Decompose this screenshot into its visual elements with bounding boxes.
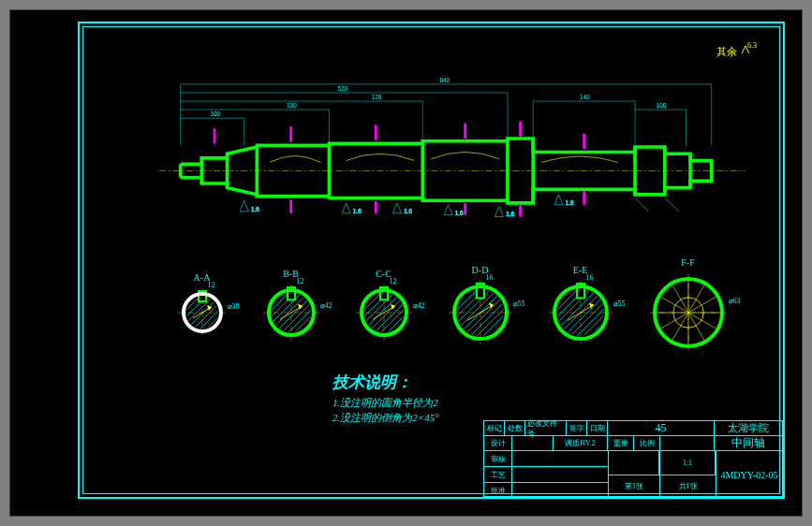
tb-hdr-qty: 处数 (505, 421, 525, 435)
tb-material: 45 (608, 421, 715, 435)
tb-proc-sig (512, 467, 608, 482)
section-circle-icon (356, 285, 412, 341)
tb-sheet: 第1张 (609, 475, 659, 499)
section-circle-icon (549, 281, 613, 344)
svg-line-142 (660, 313, 687, 329)
svg-text:1.6: 1.6 (404, 208, 412, 214)
tb-dwg-no: 4MDYY-02-05 (716, 451, 782, 498)
finish-marks: 1.6 1.6 1.6 1.6 1.6 1.6 (240, 195, 679, 218)
section-key: 12 (208, 281, 215, 289)
section-circle-icon (649, 273, 728, 352)
dim-7: 100 (657, 102, 667, 109)
roughness-value: 6.3 (747, 41, 757, 50)
tb-check-sig (512, 451, 608, 466)
drawing-canvas: 其余 6.3 840 520 100 100 120 140 100 (9, 9, 803, 517)
section-EE: E-E ⌀55 16 (549, 265, 613, 344)
svg-line-141 (672, 313, 688, 340)
surface-finish-note: 其余 6.3 (716, 44, 755, 59)
tb-hdr-doc: 必改文件号 (525, 421, 567, 435)
dim-overall: 840 (439, 77, 450, 83)
svg-line-145 (672, 285, 688, 312)
svg-marker-133 (589, 302, 594, 308)
tb-role-design: 设计 (484, 436, 512, 450)
svg-text:1.6: 1.6 (566, 199, 574, 206)
tb-role-appr: 批准 (484, 483, 512, 498)
section-AA: A-A ⌀38 12 (178, 272, 227, 337)
section-key: 12 (390, 277, 397, 285)
dim-5: 120 (372, 94, 382, 100)
section-dia: ⌀55 (613, 300, 626, 308)
dim-2: 520 (338, 85, 348, 92)
section-DD: D-D ⌀55 16 (449, 265, 512, 344)
title-block: 标记 处数 必改文件号 签字 日期 45 太湖学院 设计 调质HV.2 重量 比… (483, 420, 783, 497)
section-dia: ⌀63 (729, 297, 741, 305)
dim-4: 100 (287, 102, 297, 109)
tech-line-2: 2.没注明的倒角为2×45° (332, 411, 439, 425)
tb-part: 中间轴 (715, 436, 782, 450)
section-key: 16 (486, 273, 494, 282)
section-views: A-A ⌀38 12 B-B ⌀42 12 C-C ⌀42 12 D-D ⌀55… (159, 248, 746, 360)
tb-scale: 1:1 (660, 451, 716, 475)
tb-mass-lbl: 重量 (608, 436, 634, 450)
dim-6: 140 (580, 94, 590, 100)
section-circle-icon (263, 285, 319, 341)
svg-line-138 (688, 313, 716, 329)
tb-total: 共1张 (660, 475, 716, 499)
svg-line-144 (660, 297, 687, 313)
section-key: 16 (586, 273, 594, 282)
tb-role-check: 审核 (484, 451, 512, 466)
section-key: 12 (297, 277, 304, 285)
tech-line-1: 1.没注明的圆角半径为2 (332, 396, 439, 410)
svg-text:1.6: 1.6 (353, 208, 362, 214)
main-shaft-view: 840 520 100 100 120 140 100 (159, 70, 746, 225)
section-BB: B-B ⌀42 12 (263, 269, 319, 341)
section-circle-icon (178, 288, 227, 337)
svg-line-147 (688, 285, 704, 312)
tb-design-sig (512, 436, 554, 450)
svg-line-139 (688, 313, 704, 340)
section-circle-icon (449, 281, 512, 344)
drawing-frame: 其余 6.3 840 520 100 100 120 140 100 (78, 22, 785, 499)
svg-marker-114 (489, 302, 494, 308)
technical-notes: 技术说明： 1.没注明的圆角半径为2 2.没注明的倒角为2×45° (332, 372, 439, 426)
shaft-drawing: 840 520 100 100 120 140 100 (159, 70, 746, 225)
section-FF: F-F ⌀63 (649, 257, 728, 352)
tb-hdr-mark: 标记 (484, 421, 505, 435)
tb-hdr-sig: 签字 (567, 421, 587, 435)
section-dia: ⌀42 (413, 301, 425, 310)
svg-text:1.6: 1.6 (506, 211, 514, 217)
section-CC: C-C ⌀42 12 (356, 269, 412, 341)
dim-3: 100 (210, 110, 220, 117)
svg-line-148 (688, 297, 716, 313)
tech-title: 技术说明： (332, 372, 439, 393)
note-label: 其余 (716, 46, 737, 57)
section-dia: ⌀55 (513, 300, 525, 308)
tb-blank (660, 436, 715, 450)
section-dia: ⌀42 (320, 301, 332, 310)
section-label: F-F (681, 257, 694, 268)
tb-hdr-date: 日期 (587, 421, 608, 435)
svg-text:1.6: 1.6 (455, 210, 464, 216)
tb-appr-sig (512, 483, 608, 498)
tb-scale-lbl: 比例 (634, 436, 660, 450)
tb-school: 太湖学院 (715, 421, 782, 435)
tb-treat: 调质HV.2 (554, 436, 608, 450)
tb-role-proc: 工艺 (484, 467, 512, 482)
svg-text:1.6: 1.6 (251, 206, 259, 212)
section-dia: ⌀38 (228, 302, 240, 311)
